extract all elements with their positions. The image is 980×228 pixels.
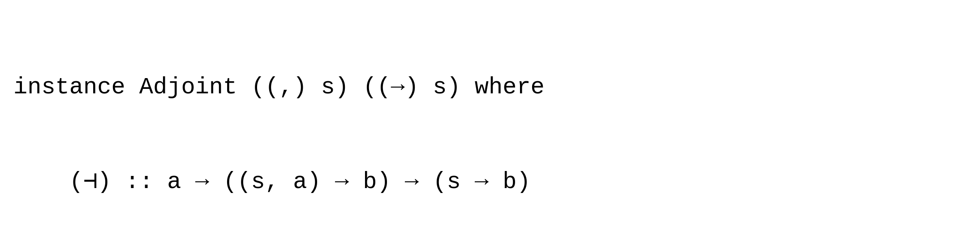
- code-block: instance Adjoint ((,) s) ((→) s) where (…: [13, 9, 545, 228]
- code-line-2: (⊣) :: a → ((s, a) → b) → (s → b): [13, 167, 545, 198]
- code-line-1: instance Adjoint ((,) s) ((→) s) where: [13, 72, 545, 103]
